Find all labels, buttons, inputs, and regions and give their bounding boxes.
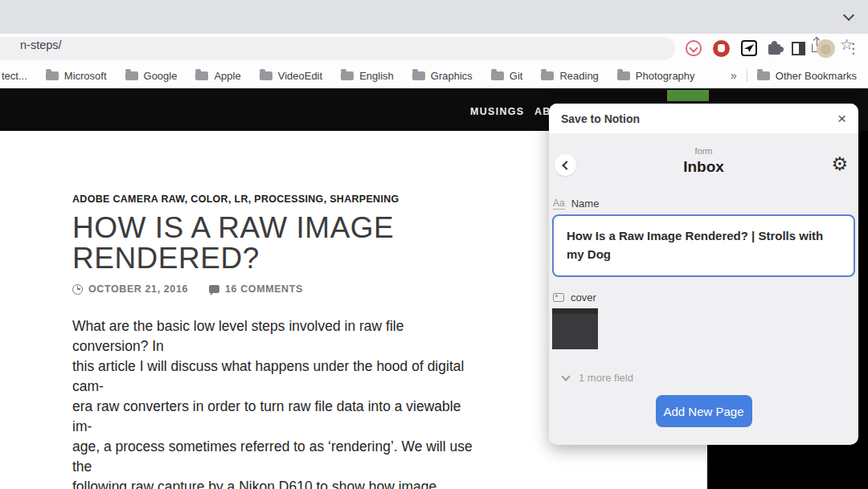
post-date: OCTOBER 21, 2016 <box>72 283 188 295</box>
comments-link[interactable]: 16 COMMENTS <box>209 283 303 295</box>
bookmark-item[interactable]: Reading <box>541 70 598 82</box>
close-icon[interactable]: × <box>837 111 846 126</box>
article: ADOBE CAMERA RAW, COLOR, LR, PROCESSING,… <box>72 194 474 489</box>
other-bookmarks[interactable]: Other Bookmarks <box>757 70 857 82</box>
bookmark-item[interactable]: Git <box>491 70 523 82</box>
pocket-extension-icon[interactable] <box>686 40 702 56</box>
page-title: HOW IS A RAW IMAGE RENDERED? <box>72 213 474 274</box>
bookmark-item[interactable]: tect... <box>2 70 27 82</box>
popup-destination-bar: form Inbox ⚙ <box>549 133 858 183</box>
gear-icon[interactable]: ⚙ <box>831 154 848 173</box>
category-links[interactable]: ADOBE CAMERA RAW, COLOR, LR, PROCESSING,… <box>72 194 474 205</box>
folder-icon <box>46 71 59 80</box>
paper-plane-extension-icon[interactable] <box>741 40 757 56</box>
bookmark-item[interactable]: Apple <box>195 70 240 82</box>
cover-thumbnail[interactable] <box>552 308 598 349</box>
more-fields-toggle[interactable]: 1 more field <box>563 372 858 384</box>
folder-icon <box>341 71 354 80</box>
nav-item-musings[interactable]: MUSINGS <box>470 106 524 117</box>
destination-name[interactable]: Inbox <box>549 158 858 176</box>
post-meta: OCTOBER 21, 2016 16 COMMENTS <box>72 283 474 295</box>
folder-icon <box>541 71 554 80</box>
cover-field-label: cover <box>553 291 858 304</box>
bookmark-item[interactable]: Microsoft <box>46 70 107 82</box>
bookmark-item[interactable]: English <box>341 70 394 82</box>
dark-reader-extension-icon[interactable] <box>792 42 805 55</box>
toolbar: n-steps/ ☆ ⋮ <box>0 34 868 63</box>
bookmark-item[interactable]: VideoEdit <box>260 70 322 82</box>
profile-avatar[interactable] <box>817 39 835 58</box>
save-to-notion-popup: Save to Notion × form Inbox ⚙ Aa Name Ho… <box>549 104 858 445</box>
bookmark-item[interactable]: Google <box>125 70 178 82</box>
bookmark-item[interactable]: Graphics <box>412 70 473 82</box>
image-icon <box>553 293 564 302</box>
folder-icon <box>617 71 630 80</box>
comment-bubble-icon <box>209 285 219 293</box>
folder-icon <box>757 71 770 80</box>
browser-menu-icon[interactable]: ⋮ <box>846 42 860 55</box>
post-body: What are the basic low level steps invol… <box>72 316 474 489</box>
bookmarks-overflow-icon[interactable]: » <box>731 69 737 82</box>
divider <box>747 69 747 82</box>
popup-header: Save to Notion × <box>549 104 858 133</box>
name-input[interactable]: How Is a Raw Image Rendered? | Strolls w… <box>552 214 855 277</box>
url-text[interactable]: n-steps/ <box>20 39 62 51</box>
form-label: form <box>549 146 858 156</box>
title-property-icon: Aa <box>553 198 565 210</box>
tab-strip <box>0 0 868 34</box>
bookmark-item[interactable]: Photography <box>617 70 695 82</box>
address-bar[interactable] <box>0 37 675 60</box>
bookmarks-bar: tect... Microsoft Google Apple VideoEdit… <box>0 63 868 88</box>
folder-icon <box>412 71 425 80</box>
green-accent-bar <box>667 90 709 101</box>
folder-icon <box>195 71 208 80</box>
folder-icon <box>491 71 504 80</box>
tab-search-chevron-icon[interactable] <box>845 11 854 20</box>
clock-icon <box>72 284 83 295</box>
folder-icon <box>125 71 138 80</box>
screen: n-steps/ ☆ ⋮ tect... Microsoft Google Ap… <box>0 0 868 489</box>
name-field-label: Aa Name <box>553 198 858 210</box>
extensions-puzzle-icon[interactable] <box>768 44 780 55</box>
chevron-down-icon <box>561 372 570 381</box>
folder-icon <box>260 71 272 80</box>
popup-title: Save to Notion <box>561 112 640 125</box>
adblock-extension-icon[interactable] <box>713 40 730 57</box>
add-new-page-button[interactable]: Add New Page <box>656 395 752 427</box>
